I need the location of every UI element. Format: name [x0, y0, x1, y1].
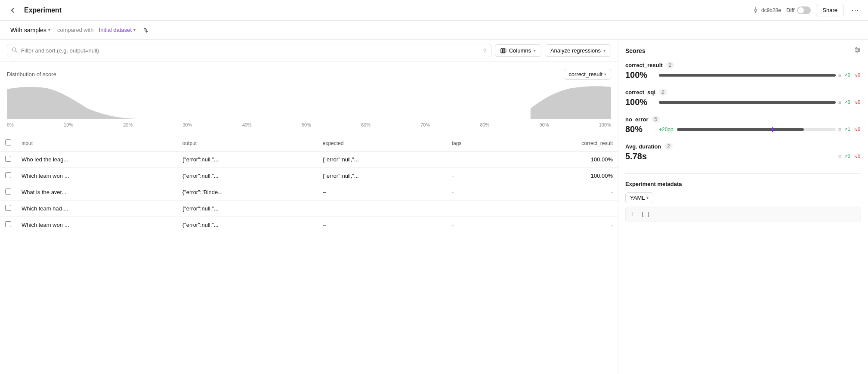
- score-down-cr[interactable]: ↘0: [853, 71, 861, 79]
- score-down-ad[interactable]: ↘0: [853, 153, 861, 160]
- row-checkbox-3[interactable]: [5, 205, 11, 211]
- row-output-0: {"error":null,"...: [177, 151, 318, 168]
- page-title: Experiment: [24, 6, 748, 14]
- toggle-knob: [798, 7, 804, 13]
- score-value-correct-result: 100%: [625, 70, 655, 80]
- svg-rect-6: [503, 49, 505, 53]
- right-panel: Scores correct_result 2 100%: [618, 40, 868, 374]
- row-checkbox-2[interactable]: [5, 189, 11, 195]
- initial-dataset-label: Initial dataset: [99, 27, 132, 33]
- x-tick-60: 60%: [361, 122, 371, 127]
- search-box: ?: [7, 44, 491, 57]
- score-selector-chevron: ▾: [604, 72, 606, 77]
- header-right: dc9b28e Diff Share ⋯: [753, 4, 861, 16]
- initial-dataset-button[interactable]: Initial dataset ▾: [97, 25, 138, 35]
- score-bar-fill-no-error: [677, 128, 804, 131]
- row-tags-3: -: [447, 201, 503, 217]
- x-tick-30: 30%: [182, 122, 192, 127]
- x-tick-0: 0%: [7, 122, 14, 127]
- row-checkbox-1[interactable]: [5, 172, 11, 178]
- score-bar-bg-correct-result: [659, 74, 836, 77]
- row-tags-0: -: [447, 151, 503, 168]
- score-item-header-no-error: no_error 5: [625, 116, 861, 123]
- row-checkbox-cell-1: [0, 168, 16, 184]
- score-filter-icon-cr[interactable]: ≡: [838, 72, 841, 78]
- more-button[interactable]: ⋯: [849, 4, 861, 16]
- row-checkbox-4[interactable]: [5, 221, 11, 227]
- divider: [625, 173, 861, 174]
- with-samples-chevron: ▾: [48, 28, 50, 32]
- with-samples-button[interactable]: With samples ▾: [7, 25, 54, 35]
- filter-bar: ? Columns ▾ Analyze regressions ▾: [0, 40, 618, 62]
- col-expected: expected: [318, 135, 447, 151]
- row-expected-4: –: [318, 217, 447, 233]
- score-filter-icon-ne[interactable]: ≡: [838, 127, 841, 133]
- metadata-title: Experiment metadata: [625, 181, 861, 187]
- score-up-cr[interactable]: ↗0: [843, 71, 851, 79]
- help-icon[interactable]: ?: [483, 47, 487, 54]
- score-item-header-correct-result: correct_result 2: [625, 62, 861, 68]
- score-delta-no-error: +20pp: [659, 127, 673, 133]
- table-row: What is the aver... {"error":"Binde... –…: [0, 184, 618, 201]
- metadata-content: { }: [641, 211, 650, 217]
- distribution-header: Distribution of score correct_result ▾: [7, 69, 611, 80]
- score-filter-icon-ad[interactable]: ≡: [838, 154, 841, 160]
- score-down-ne[interactable]: ↘0: [853, 126, 861, 133]
- score-value-correct-sql: 100%: [625, 97, 655, 107]
- back-button[interactable]: [7, 4, 19, 16]
- row-checkbox-0[interactable]: [5, 156, 11, 162]
- yaml-selector-button[interactable]: YAML ▾: [625, 192, 653, 203]
- diff-toggle-switch[interactable]: [797, 6, 811, 14]
- score-item-correct-result: correct_result 2 100% ≡ ↗0 ↘0: [625, 62, 861, 80]
- sub-header: With samples ▾ compared with Initial dat…: [0, 21, 868, 40]
- row-expected-3: –: [318, 201, 447, 217]
- header: Experiment dc9b28e Diff Share ⋯: [0, 0, 868, 21]
- results-table: input output expected tags correct_resul…: [0, 135, 618, 233]
- score-name-avg-duration: Avg. duration: [625, 143, 661, 150]
- x-tick-100: 100%: [599, 122, 611, 127]
- score-actions-no-error: ≡ ↗1 ↘0: [838, 126, 861, 133]
- row-output-2: {"error":"Binde...: [177, 184, 318, 201]
- row-input-2: What is the aver...: [16, 184, 177, 201]
- row-input-1: Which team won ...: [16, 168, 177, 184]
- score-up-cs[interactable]: ↗0: [843, 99, 851, 106]
- analyze-regressions-button[interactable]: Analyze regressions ▾: [545, 44, 611, 57]
- svg-point-10: [857, 51, 858, 53]
- score-count-correct-sql: 2: [659, 89, 667, 96]
- score-selector-button[interactable]: correct_result ▾: [564, 69, 611, 80]
- score-up-ne[interactable]: ↗1: [843, 126, 851, 133]
- score-item-header-correct-sql: correct_sql 2: [625, 89, 861, 96]
- search-input[interactable]: [21, 47, 480, 54]
- select-all-checkbox[interactable]: [5, 139, 11, 145]
- score-row-correct-result: 100% ≡ ↗0 ↘0: [625, 70, 861, 80]
- diff-label: Diff: [786, 7, 794, 13]
- score-filter-icon-cs[interactable]: ≡: [838, 99, 841, 105]
- x-tick-80: 80%: [480, 122, 489, 127]
- select-all-header: [0, 135, 16, 151]
- columns-label: Columns: [509, 47, 531, 54]
- svg-line-4: [16, 51, 18, 53]
- x-tick-90: 90%: [540, 122, 549, 127]
- score-up-ad[interactable]: ↗0: [843, 153, 851, 160]
- distribution-section: Distribution of score correct_result ▾ 0…: [0, 62, 618, 135]
- score-bar-avg-duration: ≡ ↗0 ↘0: [659, 153, 861, 160]
- table-container[interactable]: input output expected tags correct_resul…: [0, 135, 618, 374]
- score-count-avg-duration: 2: [664, 143, 673, 150]
- row-expected-2: –: [318, 184, 447, 201]
- scores-settings-icon[interactable]: [854, 46, 861, 55]
- col-tags: tags: [447, 135, 503, 151]
- score-row-correct-sql: 100% ≡ ↗0 ↘0: [625, 97, 861, 107]
- main-layout: ? Columns ▾ Analyze regressions ▾ Distri…: [0, 40, 868, 374]
- score-bar-no-error: ≡ ↗1 ↘0: [677, 126, 861, 133]
- swap-button[interactable]: [141, 25, 151, 35]
- svg-point-0: [754, 9, 757, 11]
- row-output-3: {"error":null,"...: [177, 201, 318, 217]
- score-down-cs[interactable]: ↘0: [853, 99, 861, 106]
- share-button[interactable]: Share: [816, 4, 844, 16]
- columns-button[interactable]: Columns ▾: [495, 44, 541, 57]
- x-axis: 0% 10% 20% 30% 40% 50% 60% 70% 80% 90% 1…: [7, 121, 611, 127]
- row-checkbox-cell-2: [0, 184, 16, 201]
- row-checkbox-cell-0: [0, 151, 16, 168]
- distribution-title: Distribution of score: [7, 71, 56, 77]
- svg-rect-5: [501, 49, 503, 53]
